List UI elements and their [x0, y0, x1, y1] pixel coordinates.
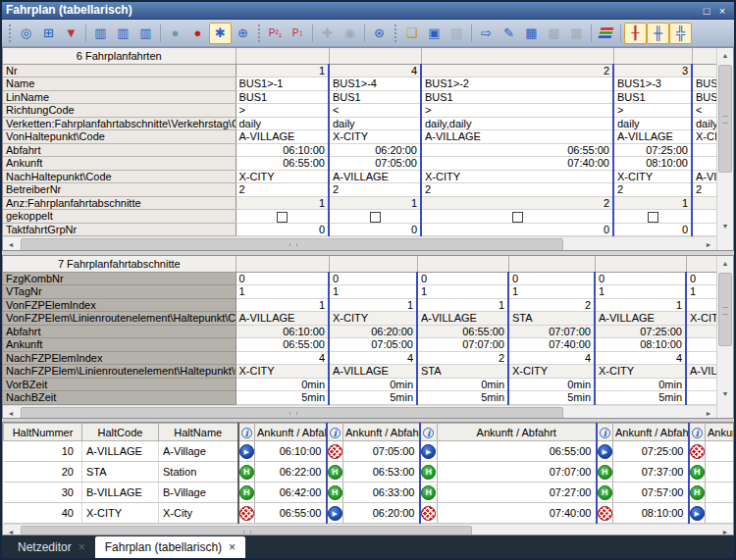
attribute-value-cell[interactable]: 1 [236, 196, 329, 210]
stop-type-cell[interactable] [689, 483, 706, 503]
attribute-value-cell[interactable]: 1 [329, 298, 417, 312]
attribute-value-cell[interactable] [613, 210, 692, 224]
attribute-value-cell[interactable]: 07:07:00 [417, 338, 508, 352]
attribute-value-cell[interactable]: 1 [686, 285, 716, 299]
freeze-columns-button[interactable]: ✱ [209, 23, 232, 44]
attribute-label[interactable]: NachHaltepunkt\Code [3, 170, 236, 183]
attribute-value-cell[interactable]: 1 [236, 298, 329, 312]
stop-number-cell[interactable]: 20 [4, 462, 82, 483]
scroll-down-icon[interactable]: ▼ [717, 386, 733, 402]
arrival-departure-cell[interactable]: 06:55:00 [438, 441, 597, 462]
attribute-value-cell[interactable]: BUS1> [692, 77, 716, 91]
scroll-left-icon[interactable]: ◄ [3, 406, 19, 419]
attribute-value-cell[interactable]: A-VILLAGE [613, 130, 692, 144]
attribute-value-cell[interactable]: 06:10:00 [236, 143, 329, 157]
scrollbar-track[interactable] [717, 272, 733, 386]
attribute-value-cell[interactable]: X-CITY [236, 170, 329, 183]
attribute-value-cell[interactable] [686, 391, 716, 405]
arrival-departure-cell[interactable]: 07:57:00 [613, 483, 689, 503]
attribute-value-cell[interactable]: 06:55:00 [417, 325, 508, 338]
attribute-value-cell[interactable]: 0 [613, 223, 692, 236]
attribute-value-cell[interactable]: daily [236, 117, 329, 130]
insert-column-right-button[interactable]: ▥ [134, 23, 157, 44]
attribute-value-cell[interactable]: 1 [329, 196, 421, 210]
horizontal-scrollbar[interactable]: ◄ ► [3, 405, 716, 419]
attribute-value-cell[interactable]: BUS1 [421, 90, 613, 104]
attribute-label[interactable]: gekoppelt [3, 210, 236, 224]
attribute-value-cell[interactable]: 07:07:00 [508, 325, 595, 338]
attribute-value-cell[interactable]: 08:10:00 [595, 338, 686, 352]
attribute-value-cell[interactable]: 0 [236, 223, 329, 236]
attribute-value-cell[interactable]: 2 [421, 196, 613, 210]
arrival-departure-cell[interactable]: 08:10:00 [613, 503, 689, 524]
stop-code-cell[interactable]: X-CITY [82, 503, 159, 524]
attribute-value-cell[interactable]: 07:25:00 [595, 325, 686, 338]
record-off-button[interactable]: ● [164, 23, 186, 44]
sort-by-time-button[interactable]: P↕ [287, 23, 309, 44]
scroll-right-icon[interactable]: ► [717, 525, 733, 535]
attribute-value-cell[interactable]: X-CITY [329, 130, 421, 144]
attribute-label[interactable]: VonHaltepunkt\Code [3, 130, 236, 144]
attribute-value-cell[interactable]: 07:40:00 [421, 157, 613, 171]
attribute-label[interactable]: FzgKombNr [3, 272, 236, 285]
insert-column-left-button[interactable]: ▥ [89, 23, 112, 44]
attribute-label[interactable]: Ankunft [3, 157, 236, 171]
vertical-scrollbar[interactable]: ▲ ▼ [716, 256, 733, 418]
attribute-value-cell[interactable] [686, 378, 716, 391]
stop-type-cell[interactable] [420, 462, 438, 483]
attribute-value-cell[interactable]: 4 [329, 351, 417, 365]
arrival-departure-header[interactable]: Ankunft / Abfahrt [613, 424, 689, 441]
attribute-value-cell[interactable]: 0 [329, 272, 417, 285]
attribute-value-cell[interactable]: X-CITY [329, 312, 417, 326]
attribute-value-cell[interactable] [692, 196, 716, 210]
attribute-value-cell[interactable]: A-VILLAGE [686, 365, 716, 379]
attribute-value-cell[interactable]: 2 [692, 183, 716, 197]
stop-name-cell[interactable]: A-Village [159, 441, 238, 462]
attribute-value-cell[interactable]: 5min [417, 391, 508, 405]
maximize-button[interactable]: □ [699, 5, 714, 17]
attribute-value-cell[interactable]: daily [613, 117, 692, 130]
attribute-value-cell[interactable]: 1 [417, 285, 508, 299]
stop-code-cell[interactable]: A-VILLAGE [82, 441, 159, 462]
zoom-selection-button[interactable]: ⊕ [232, 23, 254, 44]
scrollbar-track[interactable] [717, 64, 733, 219]
attribute-value-cell[interactable]: > [421, 104, 613, 118]
attribute-value-cell[interactable]: 08:10:00 [613, 157, 692, 171]
stop-type-cell[interactable] [597, 503, 613, 524]
attribute-value-cell[interactable]: 0 [236, 272, 329, 285]
attribute-value-cell[interactable]: < [329, 104, 421, 118]
stop-type-cell[interactable] [597, 483, 613, 503]
attribute-value-cell[interactable]: 06:55:00 [421, 143, 613, 157]
arrival-departure-cell[interactable]: 07:27:00 [438, 483, 597, 503]
scroll-right-icon[interactable]: ► [701, 406, 716, 419]
tab-fahrplan-tabellarisch[interactable]: Fahrplan (tabellarisch) × [95, 536, 245, 558]
attribute-label[interactable]: NachFZPElemIndex [3, 351, 236, 365]
attribute-value-cell[interactable] [421, 210, 613, 224]
attribute-value-cell[interactable]: 4 [508, 351, 595, 365]
scrollbar-track[interactable] [19, 525, 717, 535]
attribute-value-cell[interactable] [692, 157, 716, 171]
insert-column-button[interactable]: ▥ [112, 23, 134, 44]
stop-type-cell[interactable] [238, 462, 255, 483]
stop-number-cell[interactable]: 30 [4, 483, 82, 503]
attribute-value-cell[interactable]: BUS1>-4 [329, 77, 421, 91]
attribute-value-cell[interactable]: 2 [421, 183, 613, 197]
attribute-label[interactable]: RichtungCode [3, 104, 236, 118]
attribute-value-cell[interactable] [686, 325, 716, 338]
attribute-value-cell[interactable] [692, 64, 716, 77]
scrollbar-thumb[interactable] [718, 273, 732, 346]
attribute-value-cell[interactable]: 06:55:00 [236, 157, 329, 171]
attribute-value-cell[interactable]: 5min [508, 391, 595, 405]
attribute-value-cell[interactable]: 1 [508, 285, 595, 299]
arrival-departure-cell[interactable]: 07:05:00 [343, 441, 420, 462]
attribute-value-cell[interactable]: 07:05:00 [329, 338, 417, 352]
attribute-value-cell[interactable]: 1 [236, 64, 329, 77]
checkbox[interactable] [370, 212, 381, 223]
tab-netzeditor[interactable]: Netzeditor × [8, 535, 95, 558]
scroll-left-icon[interactable]: ◄ [3, 525, 19, 535]
attribute-value-cell[interactable]: 0min [417, 378, 508, 391]
stop-type-cell[interactable] [597, 441, 613, 462]
arrival-departure-cell[interactable] [706, 441, 734, 462]
stop-type-cell[interactable] [238, 483, 255, 503]
checkbox[interactable] [648, 212, 658, 223]
